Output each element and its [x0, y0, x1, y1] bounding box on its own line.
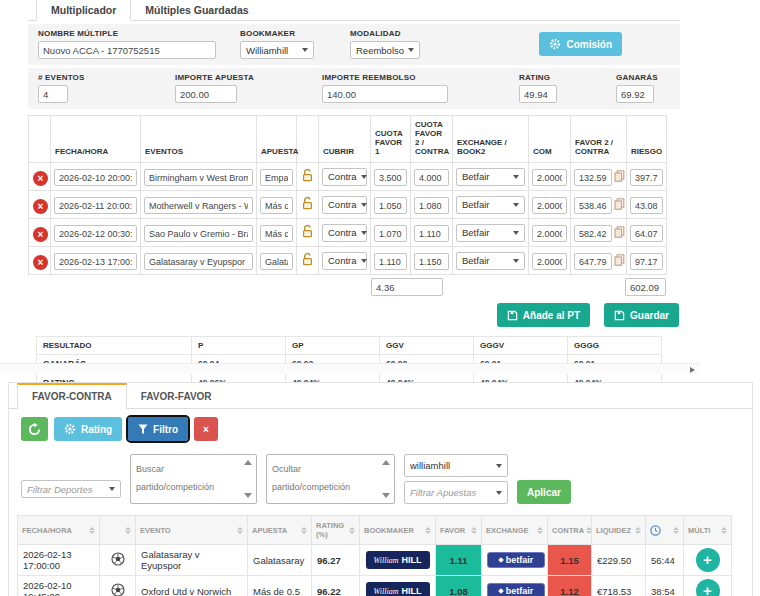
event-bet-input[interactable]	[260, 197, 293, 214]
evento-header[interactable]: EVENTO	[136, 516, 248, 545]
scroll-right-arrow-icon[interactable]	[690, 367, 695, 373]
unlock-icon[interactable]	[301, 252, 314, 266]
filtrar-apuestas-select[interactable]: Filtrar Apuestas	[404, 481, 508, 504]
favor2-contra-input[interactable]	[574, 197, 612, 214]
event-bet-input[interactable]	[260, 253, 293, 270]
multi-header[interactable]: MÚLTI	[684, 516, 732, 545]
event-date-input[interactable]	[54, 197, 137, 214]
fecha-hora-header[interactable]: FECHA/HORA	[18, 516, 100, 545]
sort-icon[interactable]	[721, 527, 727, 534]
cuota-favor1-input[interactable]	[374, 253, 407, 270]
com-input[interactable]	[532, 253, 567, 270]
com-input[interactable]	[532, 169, 567, 186]
ganaras-input[interactable]	[616, 85, 654, 103]
favor2-contra-input[interactable]	[574, 225, 612, 242]
tab-favor-favor[interactable]: FAVOR-FAVOR	[127, 385, 226, 408]
delete-event-icon[interactable]: ×	[33, 171, 48, 186]
modalidad-select[interactable]: Reembolso	[350, 41, 420, 59]
favor-header[interactable]: FAVOR	[436, 516, 482, 545]
exchange-select[interactable]: Betfair	[456, 224, 525, 242]
scroll-down-icon[interactable]	[244, 493, 252, 498]
buscar-partido-listbox[interactable]: Buscar partido/competición	[130, 454, 257, 504]
copy-icon[interactable]	[614, 224, 625, 242]
favor2-contra-input[interactable]	[574, 169, 612, 186]
sort-icon[interactable]	[237, 527, 243, 534]
com-input[interactable]	[532, 197, 567, 214]
sort-icon[interactable]	[471, 527, 477, 534]
add-to-multi-button[interactable]: +	[696, 579, 720, 596]
tiempo-header[interactable]	[646, 516, 684, 545]
importe-reembolso-input[interactable]	[322, 85, 448, 103]
cubrir-select[interactable]: Contra	[322, 168, 367, 186]
scroll-down-icon[interactable]	[382, 493, 390, 498]
total-cuota-input[interactable]	[371, 278, 443, 296]
riesgo-input[interactable]	[630, 225, 663, 242]
sport-column-header[interactable]	[100, 516, 136, 545]
event-bet-input[interactable]	[260, 225, 293, 242]
exchange-select[interactable]: Betfair	[456, 168, 525, 186]
sort-icon[interactable]	[301, 527, 307, 534]
cubrir-select[interactable]: Contra	[322, 252, 367, 270]
unlock-icon[interactable]	[301, 196, 314, 210]
unlock-icon[interactable]	[301, 224, 314, 238]
rating-button[interactable]: Rating	[54, 417, 122, 441]
tab-favor-contra[interactable]: FAVOR-CONTRA	[17, 383, 127, 409]
ocultar-partido-listbox[interactable]: Ocultar partido/competición	[266, 454, 395, 504]
event-bet-input[interactable]	[260, 169, 293, 186]
bookmaker-select[interactable]: Williamhill	[240, 41, 314, 59]
cuota-favor2-input[interactable]	[414, 253, 449, 270]
bookmaker-filter-select[interactable]: williamhill	[404, 454, 508, 477]
cuota-favor1-input[interactable]	[374, 169, 407, 186]
cuota-favor2-input[interactable]	[414, 197, 449, 214]
close-filter-button[interactable]: ×	[194, 417, 218, 441]
williamhill-logo[interactable]: WilliamHILL	[366, 551, 430, 569]
rating-input[interactable]	[519, 85, 557, 103]
contra-header[interactable]: CONTRA	[548, 516, 592, 545]
event-name-input[interactable]	[144, 169, 253, 186]
sort-icon[interactable]	[89, 527, 95, 534]
horizontal-scrollbar[interactable]	[0, 363, 700, 374]
sort-icon[interactable]	[125, 527, 131, 534]
favor-odds-cell[interactable]: 1.08	[436, 576, 482, 596]
tab-multiplicador[interactable]: Multiplicador	[36, 0, 131, 21]
delete-event-icon[interactable]: ×	[33, 199, 48, 214]
copy-icon[interactable]	[614, 252, 625, 270]
exchange-select[interactable]: Betfair	[456, 196, 525, 214]
unlock-icon[interactable]	[301, 168, 314, 182]
event-name-input[interactable]	[144, 197, 253, 214]
contra-odds-cell[interactable]: 1.15	[548, 545, 592, 576]
aplicar-button[interactable]: Aplicar	[517, 480, 571, 504]
copy-icon[interactable]	[614, 168, 625, 186]
bookmaker-header[interactable]: BOOKMAKER	[360, 516, 436, 545]
cuota-favor1-input[interactable]	[374, 197, 407, 214]
delete-event-icon[interactable]: ×	[33, 227, 48, 242]
williamhill-logo[interactable]: WilliamHILL	[366, 582, 430, 596]
event-name-input[interactable]	[144, 253, 253, 270]
event-date-input[interactable]	[54, 169, 137, 186]
apuesta-header[interactable]: APUESTA	[248, 516, 312, 545]
scroll-up-icon[interactable]	[382, 460, 390, 465]
copy-icon[interactable]	[614, 196, 625, 214]
sort-icon[interactable]	[673, 527, 679, 534]
sort-icon[interactable]	[349, 527, 355, 534]
sort-icon[interactable]	[635, 527, 641, 534]
cuota-favor2-input[interactable]	[414, 169, 449, 186]
scroll-up-icon[interactable]	[244, 460, 252, 465]
cuota-favor1-input[interactable]	[374, 225, 407, 242]
refresh-button[interactable]	[21, 417, 48, 441]
event-name-input[interactable]	[144, 225, 253, 242]
rating-pct-header[interactable]: RATING (%)	[312, 516, 360, 545]
riesgo-input[interactable]	[630, 197, 663, 214]
sort-icon[interactable]	[425, 527, 431, 534]
com-input[interactable]	[532, 225, 567, 242]
betfair-logo[interactable]: betfair	[487, 552, 545, 568]
favor-odds-cell[interactable]: 1.11	[436, 545, 482, 576]
cuota-favor2-input[interactable]	[414, 225, 449, 242]
comision-button[interactable]: Comisión	[539, 32, 622, 56]
sort-icon[interactable]	[586, 527, 592, 534]
total-riesgo-input[interactable]	[625, 278, 666, 296]
cubrir-select[interactable]: Contra	[322, 196, 367, 214]
nombre-multiple-input[interactable]	[38, 41, 216, 59]
sort-icon[interactable]	[537, 527, 543, 534]
anade-al-pt-button[interactable]: Añade al PT	[497, 303, 590, 327]
